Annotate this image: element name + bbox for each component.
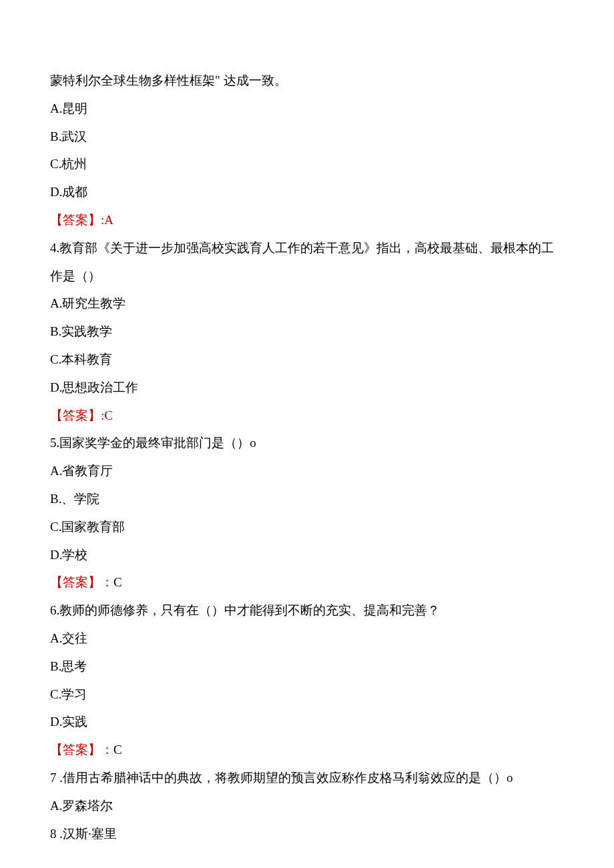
- q3-answer-value: :A: [101, 213, 113, 227]
- q6-option-d: D.实践: [50, 708, 564, 736]
- q3-option-b: B.武汉: [50, 123, 564, 151]
- q4-answer: 【答案】:C: [50, 402, 564, 430]
- q4-stem-line2: 作是（）: [50, 262, 564, 290]
- q5-stem: 5.国家奖学金的最终审批部门是（）o: [50, 429, 564, 457]
- q5-answer-value: C: [113, 575, 122, 589]
- q6-answer-label: 【答案】：: [50, 743, 113, 757]
- q5-answer: 【答案】：C: [50, 568, 564, 596]
- q4-option-d: D.思想政治工作: [50, 374, 564, 402]
- q6-answer-value: C: [113, 743, 122, 757]
- q5-option-a: A.省教育厅: [50, 457, 564, 485]
- q4-answer-label: 【答案】: [50, 408, 101, 422]
- q5-option-b: B.、学院: [50, 485, 564, 513]
- q4-answer-value: :C: [101, 408, 113, 422]
- q6-option-c: C.学习: [50, 681, 564, 709]
- q7-stem: 7 .借用古希腊神话中的典故，将教师期望的预言效应称作皮格马利翁效应的是（）o: [50, 764, 564, 792]
- q6-option-b: B.思考: [50, 653, 564, 681]
- q3-answer: 【答案】:A: [50, 206, 564, 234]
- q6-stem: 6.教师的师德修养，只有在（）中才能得到不断的充实、提高和完善？: [50, 596, 564, 624]
- q3-continuation: 蒙特利尔全球生物多样性框架" 达成一致。: [50, 67, 564, 95]
- q5-option-d: D.学校: [50, 541, 564, 569]
- q3-option-d: D.成都: [50, 178, 564, 206]
- q3-option-a: A.昆明: [50, 95, 564, 123]
- q6-option-a: A.交往: [50, 624, 564, 653]
- q5-answer-label: 【答案】：: [50, 575, 113, 589]
- q7-option-a: A.罗森塔尔: [50, 792, 564, 820]
- q4-stem-line1: 4.教育部《关于进一步加强高校实践育人工作的若干意见》指出，高校最基础、最根本的…: [50, 234, 564, 262]
- q4-option-b: B.实践教学: [50, 318, 564, 346]
- q6-answer: 【答案】：C: [50, 736, 564, 764]
- q4-option-c: C.本科教育: [50, 346, 564, 374]
- q4-option-a: A.研究生教学: [50, 290, 564, 318]
- q8-partial: 8 .汉斯·塞里: [50, 820, 564, 848]
- q3-option-c: C.杭州: [50, 150, 564, 178]
- q3-answer-label: 【答案】: [50, 213, 101, 227]
- q5-option-c: C.国家教育部: [50, 513, 564, 541]
